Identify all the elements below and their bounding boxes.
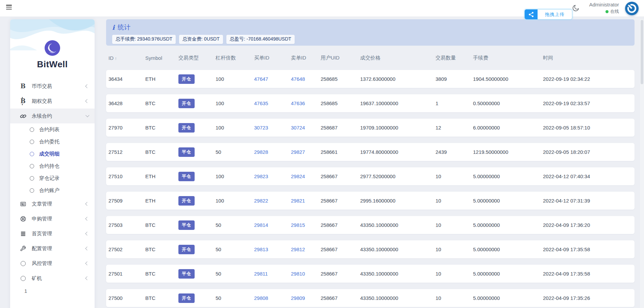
buy-order-link[interactable]: 29828 [254, 149, 268, 155]
sidebar-subitem-label: 合约持仓 [39, 163, 59, 169]
cell-symbol: BTC [145, 149, 178, 155]
sell-order-link[interactable]: 29812 [291, 246, 305, 252]
cell-sell-id: 29821 [291, 198, 321, 204]
user-name: Administrator [589, 2, 619, 7]
cell-qty: 10 [436, 173, 473, 179]
stats-title: i 统计 [112, 23, 628, 32]
buy-order-link[interactable]: 29814 [254, 222, 268, 228]
table-row: 27503BTC平仓50298142981525866743350.100000… [106, 216, 635, 234]
table-row: 27509ETH开仓10029822298212586672995.160000… [106, 192, 635, 210]
cell-uid: 258667 [321, 222, 360, 228]
cell-buy-id: 29823 [254, 173, 291, 179]
sidebar-subitem[interactable]: 合约列表 [10, 123, 95, 136]
sell-order-link[interactable]: 47636 [291, 100, 305, 106]
sidebar-item-7[interactable]: 风控管理 [10, 256, 95, 271]
column-header-8[interactable]: 交易数量 [436, 55, 473, 61]
column-header-4[interactable]: 买单ID [254, 55, 291, 61]
column-header-9[interactable]: 手续费 [473, 55, 543, 61]
sidebar-subitem-label: 合约委托 [39, 139, 59, 145]
online-status-label: 在线 [610, 8, 619, 15]
sidebar-subitem[interactable]: 穿仓记录 [10, 172, 95, 184]
cell-trade-type: 平仓 [178, 269, 216, 279]
sell-order-link[interactable]: 29810 [291, 271, 305, 277]
sidebar-item-0[interactable]: B币币交易 [10, 79, 95, 94]
menu-toggle-icon[interactable] [6, 5, 13, 11]
sidebar-item-4[interactable]: 申购管理 [10, 211, 95, 226]
trade-type-badge: 平仓 [178, 147, 195, 157]
sidebar-item-6[interactable]: 配置管理 [10, 241, 95, 256]
column-header-10[interactable]: 时间 [543, 55, 635, 61]
drag-upload-button[interactable]: 拖拽上传 [524, 9, 572, 20]
cell-qty: 10 [436, 222, 473, 228]
sidebar-subitem[interactable]: 成交明细 [10, 148, 95, 160]
column-header-5[interactable]: 卖单ID [291, 55, 321, 61]
sidebar-item-label: 文章管理 [32, 201, 84, 207]
cell-leverage: 50 [216, 222, 254, 228]
buy-order-link[interactable]: 47635 [254, 100, 268, 106]
cell-buy-id: 47635 [254, 100, 291, 106]
buy-order-link[interactable]: 29823 [254, 173, 268, 179]
cell-qty: 10 [436, 198, 473, 204]
sidebar-subitem[interactable]: 合约持仓 [10, 160, 95, 172]
column-header-0[interactable]: ID ↑ [108, 55, 145, 61]
vertical-scrollbar[interactable] [640, 19, 644, 308]
cell-trade-type: 开仓 [178, 123, 216, 133]
sidebar-item-label: 申购管理 [32, 216, 84, 222]
cell-id: 27512 [108, 149, 145, 155]
table-row: 27502BTC开仓50298132981225866743350.100000… [106, 240, 635, 258]
cell-uid: 258667 [321, 271, 360, 277]
cell-symbol: BTC [145, 222, 178, 228]
sell-order-link[interactable]: 30724 [291, 125, 305, 131]
chevron-left-icon [85, 232, 89, 235]
sell-order-link[interactable]: 29821 [291, 198, 305, 204]
sell-order-link[interactable]: 29824 [291, 173, 305, 179]
sidebar-subitem[interactable]: 合约账户 [10, 184, 95, 196]
trade-type-badge: 开仓 [178, 196, 195, 206]
sell-order-link[interactable]: 29815 [291, 222, 305, 228]
buy-order-link[interactable]: 30723 [254, 125, 268, 131]
column-header-6[interactable]: 用户UID [321, 55, 360, 61]
sidebar-footer-text: 1 [24, 288, 27, 294]
cell-trade-type: 平仓 [178, 147, 216, 157]
cell-leverage: 100 [216, 173, 254, 179]
trade-type-badge: 平仓 [178, 269, 195, 279]
sidebar-subitem[interactable]: 合约委托 [10, 136, 95, 148]
cell-time: 2022-09-19 02:33:57 [543, 100, 635, 106]
chevron-left-icon [85, 217, 89, 220]
user-avatar[interactable] [625, 2, 639, 15]
cell-fee: 5.00000000 [473, 173, 543, 179]
dark-mode-toggle[interactable] [572, 4, 580, 13]
column-header-7[interactable]: 成交价格 [360, 55, 436, 61]
sell-order-link[interactable]: 29809 [291, 295, 305, 301]
cell-qty: 2439 [436, 149, 473, 155]
sidebar-item-2[interactable]: 永续合约 [10, 109, 95, 123]
buy-order-link[interactable]: 29808 [254, 295, 268, 301]
cell-buy-id: 29822 [254, 198, 291, 204]
cell-leverage: 100 [216, 76, 254, 82]
column-header-1[interactable]: Symbol [145, 55, 178, 61]
cell-leverage: 100 [216, 198, 254, 204]
sidebar-item-3[interactable]: 文章管理 [10, 196, 95, 211]
cell-uid: 258685 [321, 76, 360, 82]
column-header-2[interactable]: 交易类型 [178, 55, 216, 61]
table-header-row: ID ↑Symbol交易类型杠杆倍数买单ID卖单ID用户UID成交价格交易数量手… [106, 46, 635, 70]
cell-leverage: 50 [216, 295, 254, 301]
column-header-3[interactable]: 杠杆倍数 [216, 55, 254, 61]
sidebar-item-5[interactable]: 首页管理 [10, 226, 95, 241]
buy-order-link[interactable]: 29811 [254, 271, 268, 277]
sidebar-menu: B币币交易B期权交易永续合约合约列表合约委托成交明细合约持仓穿仓记录合约账户文章… [10, 79, 95, 286]
sidebar-item-1[interactable]: B期权交易 [10, 94, 95, 109]
buy-order-link[interactable]: 29822 [254, 198, 268, 204]
sell-order-link[interactable]: 47648 [291, 76, 305, 82]
buy-order-link[interactable]: 29813 [254, 246, 268, 252]
sidebar-item-8[interactable]: 矿机 [10, 271, 95, 286]
sell-order-link[interactable]: 29827 [291, 149, 305, 155]
sidebar-header: BitWell [10, 19, 95, 70]
cell-buy-id: 47647 [254, 76, 291, 82]
scrollbar-thumb[interactable] [641, 20, 643, 84]
sidebar-item-label: 永续合约 [32, 113, 84, 119]
cell-fee: 6.00000000 [473, 125, 543, 131]
buy-order-link[interactable]: 47647 [254, 76, 268, 82]
sidebar-item-label: 期权交易 [32, 98, 84, 104]
cell-sell-id: 47636 [291, 100, 321, 106]
